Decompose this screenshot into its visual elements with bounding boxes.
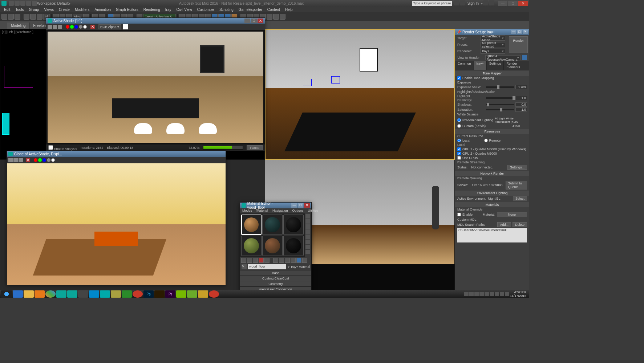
taskbar-chrome-icon[interactable] (45, 290, 56, 298)
delete-icon[interactable] (259, 258, 264, 263)
unlink-icon[interactable] (8, 14, 14, 20)
taskbar-ie-icon[interactable] (13, 290, 23, 298)
material-swatch[interactable] (241, 215, 262, 235)
taskbar-pr-icon[interactable]: Pr (165, 290, 175, 298)
blue-channel-toggle[interactable] (42, 158, 46, 162)
material-swatch[interactable] (241, 236, 262, 256)
section-network[interactable]: Network Render (455, 171, 529, 176)
menu-views[interactable]: Views (41, 8, 56, 12)
rollout-base[interactable]: Base (240, 270, 311, 276)
close-icon[interactable]: ✕ (258, 19, 263, 23)
tray-icon[interactable] (495, 292, 499, 296)
get-material-icon[interactable] (241, 258, 246, 263)
maximize-icon[interactable]: □ (517, 30, 522, 34)
clear-icon[interactable]: ✕ (90, 25, 95, 29)
start-button[interactable] (1, 290, 12, 298)
mono-channel-toggle[interactable] (83, 25, 87, 29)
wb-preset-dropdown[interactable]: F6 Light White Fluorescent (4150 (495, 117, 527, 123)
taskbar-clock[interactable]: 4:32 PM 11/17/2015 (510, 290, 526, 298)
section-tonemapper[interactable]: Tone Mapper (455, 71, 529, 76)
assign-icon[interactable] (253, 258, 258, 263)
exposure-value-field[interactable]: 3.709 (515, 85, 527, 89)
select-by-mat-icon[interactable] (305, 250, 310, 254)
link-icon[interactable] (1, 14, 7, 20)
delete-path-button[interactable]: Delete (513, 222, 527, 227)
rollout-clearcoat[interactable]: Coating ClearCoat (240, 276, 311, 281)
tray-icon[interactable] (490, 292, 494, 296)
menu-animation[interactable]: Animation (92, 8, 113, 12)
sample-type-icon[interactable] (305, 214, 310, 219)
render-button[interactable]: Render (509, 36, 528, 53)
menu-create[interactable]: Create (56, 8, 72, 12)
clear-icon[interactable]: ✕ (26, 158, 30, 162)
help-search-input[interactable]: Type a keyword or phrase (412, 1, 452, 6)
taskbar-app-icon[interactable] (67, 290, 77, 298)
menu-help[interactable]: Help (283, 8, 295, 12)
shadows-value-field[interactable]: 0.0 (515, 102, 527, 107)
pause-button[interactable]: Pause (247, 145, 263, 150)
tray-icon[interactable] (474, 292, 479, 296)
highlight-value-field[interactable]: 1.0 (515, 96, 527, 100)
video-check-icon[interactable] (305, 234, 310, 239)
save-icon[interactable] (8, 158, 13, 162)
gpu2-checkbox[interactable] (457, 152, 461, 155)
taskbar-app-icon[interactable] (133, 290, 143, 298)
ribbon-tab-modeling[interactable]: Modeling (7, 23, 30, 29)
me-menu-navigation[interactable]: Navigation (270, 208, 290, 213)
enable-analysis-checkbox[interactable] (48, 145, 53, 150)
taskbar-app-icon[interactable] (154, 290, 165, 298)
env-select-button[interactable]: Select (513, 196, 527, 201)
material-swatch[interactable] (283, 236, 304, 256)
maximize-button[interactable]: □ (508, 1, 518, 6)
select-icon[interactable] (24, 14, 29, 20)
render-setup-titlebar[interactable]: 📌 Render Setup: Iray+ — □ ✕ (455, 29, 529, 35)
env-dropdown[interactable]: NightIBL (488, 197, 511, 200)
menu-content[interactable]: Content (265, 8, 283, 12)
channel-dropdown[interactable]: RGB Alpha ▾ (98, 24, 121, 29)
mono-channel-toggle[interactable] (51, 158, 55, 162)
material-swatch[interactable] (283, 215, 304, 235)
mdl-path-list[interactable]: C:\Users\NVIDIA\Documents\mdl (457, 228, 527, 242)
material-id-icon[interactable] (279, 258, 284, 263)
material-swatch[interactable] (262, 236, 283, 256)
enable-tonemapping-checkbox[interactable] (457, 76, 461, 80)
tray-icon[interactable] (485, 292, 489, 296)
taskbar-explorer-icon[interactable] (24, 290, 34, 298)
lock-icon[interactable] (522, 55, 527, 60)
tray-icon[interactable] (469, 292, 474, 296)
workspace-dropdown[interactable]: Workspace: Default (37, 1, 69, 5)
tray-icon[interactable] (464, 292, 469, 296)
menu-gameexporter[interactable]: GameExporter (236, 8, 265, 12)
taskbar-app-icon[interactable] (111, 290, 121, 298)
menu-customize[interactable]: Customize (195, 8, 217, 12)
windows-taskbar[interactable]: Ps Pr 4:32 PM 11/17/2015 (0, 290, 529, 298)
renderer-dropdown[interactable]: Iray+ (481, 49, 505, 54)
me-menu-utilities[interactable]: Utilities (306, 208, 321, 213)
menu-iray[interactable]: Iray (163, 8, 174, 12)
clone-icon[interactable] (58, 25, 62, 29)
me-menu-options[interactable]: Options (290, 208, 306, 213)
view-dropdown[interactable]: Quad 4 - ReverseViewCamera (485, 55, 521, 60)
maximize-icon[interactable]: □ (298, 203, 304, 208)
use-cpus-checkbox[interactable] (457, 156, 461, 160)
tray-volume-icon[interactable] (505, 292, 509, 296)
close-icon[interactable]: ✕ (523, 30, 528, 34)
override-material-button[interactable]: None (497, 212, 527, 217)
tab-iray[interactable]: Iray+ (474, 61, 487, 70)
taskbar-app-icon[interactable] (122, 290, 132, 298)
preview-icon[interactable] (305, 240, 310, 244)
copy-icon[interactable] (53, 25, 57, 29)
select-region-icon[interactable] (37, 14, 42, 20)
info-center-icons[interactable] (454, 0, 465, 6)
saturation-slider[interactable] (486, 109, 514, 110)
minimize-icon[interactable]: — (244, 19, 250, 23)
maximize-icon[interactable]: □ (251, 19, 257, 23)
tray-network-icon[interactable] (500, 292, 504, 296)
green-channel-toggle[interactable] (70, 25, 74, 29)
local-radio[interactable] (457, 139, 461, 142)
backlight-icon[interactable] (305, 219, 310, 224)
taskbar-app-icon[interactable] (78, 290, 88, 298)
menu-modifiers[interactable]: Modifiers (72, 8, 92, 12)
material-swatch[interactable] (262, 215, 283, 235)
tool-icon[interactable] (273, 14, 279, 20)
